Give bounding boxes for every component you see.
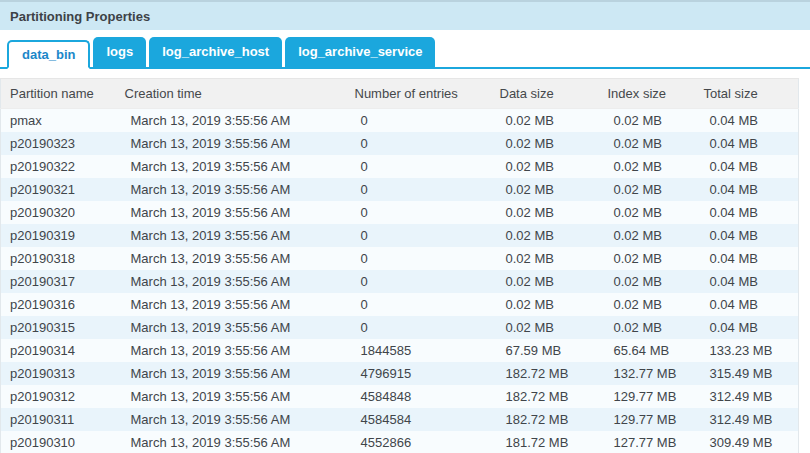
cell-total-size: 312.49 MB: [695, 385, 799, 408]
cell-creation-time: March 13, 2019 3:55:56 AM: [116, 362, 346, 385]
table-row: p20190318March 13, 2019 3:55:56 AM00.02 …: [1, 247, 799, 270]
cell-data-size: 182.72 MB: [491, 408, 599, 431]
table-row: p20190317March 13, 2019 3:55:56 AM00.02 …: [1, 270, 799, 293]
cell-index-size: 127.77 MB: [599, 431, 695, 453]
table-row: pmaxMarch 13, 2019 3:55:56 AM00.02 MB0.0…: [1, 109, 799, 132]
cell-partition-name: p20190323: [1, 132, 116, 155]
cell-data-size: 0.02 MB: [491, 109, 599, 132]
column-header-creation-time: Creation time: [116, 79, 346, 109]
cell-number-of-entries: 0: [346, 201, 491, 224]
cell-total-size: 0.04 MB: [695, 316, 799, 339]
cell-partition-name: p20190316: [1, 293, 116, 316]
cell-partition-name: p20190322: [1, 155, 116, 178]
page-title: Partitioning Properties: [10, 9, 150, 24]
cell-index-size: 129.77 MB: [599, 408, 695, 431]
column-header-total-size: Total size: [695, 79, 799, 109]
table-row: p20190312March 13, 2019 3:55:56 AM458484…: [1, 385, 799, 408]
column-header-index-size: Index size: [599, 79, 695, 109]
cell-creation-time: March 13, 2019 3:55:56 AM: [116, 385, 346, 408]
cell-data-size: 67.59 MB: [491, 339, 599, 362]
cell-creation-time: March 13, 2019 3:55:56 AM: [116, 109, 346, 132]
column-header-number-of-entries: Number of entries: [346, 79, 491, 109]
cell-data-size: 0.02 MB: [491, 316, 599, 339]
cell-number-of-entries: 0: [346, 270, 491, 293]
cell-partition-name: p20190312: [1, 385, 116, 408]
cell-partition-name: p20190314: [1, 339, 116, 362]
table-body: pmaxMarch 13, 2019 3:55:56 AM00.02 MB0.0…: [1, 109, 799, 453]
cell-partition-name: p20190311: [1, 408, 116, 431]
table-row: p20190311March 13, 2019 3:55:56 AM458458…: [1, 408, 799, 431]
tab-log-archive-service[interactable]: log_archive_service: [285, 37, 435, 67]
cell-data-size: 0.02 MB: [491, 201, 599, 224]
cell-creation-time: March 13, 2019 3:55:56 AM: [116, 155, 346, 178]
cell-total-size: 0.04 MB: [695, 293, 799, 316]
cell-partition-name: p20190321: [1, 178, 116, 201]
cell-total-size: 0.04 MB: [695, 247, 799, 270]
cell-partition-name: pmax: [1, 109, 116, 132]
cell-number-of-entries: 0: [346, 109, 491, 132]
cell-index-size: 0.02 MB: [599, 201, 695, 224]
cell-creation-time: March 13, 2019 3:55:56 AM: [116, 316, 346, 339]
cell-number-of-entries: 0: [346, 316, 491, 339]
cell-total-size: 133.23 MB: [695, 339, 799, 362]
cell-number-of-entries: 0: [346, 293, 491, 316]
cell-index-size: 132.77 MB: [599, 362, 695, 385]
cell-number-of-entries: 0: [346, 155, 491, 178]
cell-number-of-entries: 4584848: [346, 385, 491, 408]
tab-log-archive-host[interactable]: log_archive_host: [149, 37, 282, 67]
partitions-table: Partition nameCreation timeNumber of ent…: [0, 78, 799, 453]
table-header-row: Partition nameCreation timeNumber of ent…: [1, 79, 799, 109]
cell-number-of-entries: 0: [346, 178, 491, 201]
cell-partition-name: p20190317: [1, 270, 116, 293]
cell-creation-time: March 13, 2019 3:55:56 AM: [116, 339, 346, 362]
cell-index-size: 0.02 MB: [599, 270, 695, 293]
cell-partition-name: p20190319: [1, 224, 116, 247]
table-row: p20190323March 13, 2019 3:55:56 AM00.02 …: [1, 132, 799, 155]
cell-total-size: 315.49 MB: [695, 362, 799, 385]
cell-creation-time: March 13, 2019 3:55:56 AM: [116, 270, 346, 293]
cell-partition-name: p20190318: [1, 247, 116, 270]
panel-header: Partitioning Properties: [0, 0, 810, 30]
table-row: p20190320March 13, 2019 3:55:56 AM00.02 …: [1, 201, 799, 224]
cell-partition-name: p20190313: [1, 362, 116, 385]
cell-creation-time: March 13, 2019 3:55:56 AM: [116, 178, 346, 201]
cell-number-of-entries: 0: [346, 247, 491, 270]
cell-data-size: 182.72 MB: [491, 362, 599, 385]
cell-partition-name: p20190315: [1, 316, 116, 339]
cell-total-size: 0.04 MB: [695, 224, 799, 247]
column-header-partition-name: Partition name: [1, 79, 116, 109]
cell-number-of-entries: 4552866: [346, 431, 491, 453]
cell-index-size: 0.02 MB: [599, 316, 695, 339]
cell-number-of-entries: 1844585: [346, 339, 491, 362]
cell-index-size: 0.02 MB: [599, 178, 695, 201]
cell-index-size: 0.02 MB: [599, 132, 695, 155]
table-row: p20190322March 13, 2019 3:55:56 AM00.02 …: [1, 155, 799, 178]
cell-data-size: 182.72 MB: [491, 385, 599, 408]
tab-bar: data_binlogslog_archive_hostlog_archive_…: [0, 30, 810, 69]
cell-index-size: 0.02 MB: [599, 155, 695, 178]
cell-data-size: 0.02 MB: [491, 155, 599, 178]
cell-partition-name: p20190310: [1, 431, 116, 453]
tab-logs[interactable]: logs: [93, 37, 146, 67]
cell-number-of-entries: 0: [346, 224, 491, 247]
cell-creation-time: March 13, 2019 3:55:56 AM: [116, 408, 346, 431]
cell-data-size: 0.02 MB: [491, 247, 599, 270]
table-row: p20190316March 13, 2019 3:55:56 AM00.02 …: [1, 293, 799, 316]
cell-total-size: 312.49 MB: [695, 408, 799, 431]
cell-data-size: 0.02 MB: [491, 224, 599, 247]
cell-number-of-entries: 4796915: [346, 362, 491, 385]
cell-total-size: 0.04 MB: [695, 201, 799, 224]
cell-data-size: 0.02 MB: [491, 270, 599, 293]
cell-data-size: 181.72 MB: [491, 431, 599, 453]
tab-data-bin[interactable]: data_bin: [7, 40, 90, 69]
table-row: p20190314March 13, 2019 3:55:56 AM184458…: [1, 339, 799, 362]
cell-data-size: 0.02 MB: [491, 132, 599, 155]
cell-index-size: 0.02 MB: [599, 224, 695, 247]
cell-total-size: 0.04 MB: [695, 155, 799, 178]
cell-total-size: 309.49 MB: [695, 431, 799, 453]
cell-creation-time: March 13, 2019 3:55:56 AM: [116, 293, 346, 316]
cell-index-size: 0.02 MB: [599, 109, 695, 132]
cell-number-of-entries: 0: [346, 132, 491, 155]
cell-creation-time: March 13, 2019 3:55:56 AM: [116, 431, 346, 453]
cell-data-size: 0.02 MB: [491, 293, 599, 316]
